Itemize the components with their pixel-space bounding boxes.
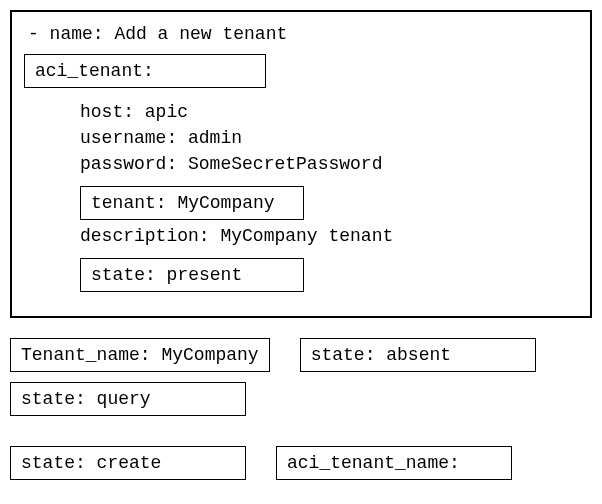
options-row-1: Tenant_name: MyCompany state: absent xyxy=(10,338,592,372)
option-aci-tenant-name[interactable]: aci_tenant_name: xyxy=(276,446,512,480)
option-state-query[interactable]: state: query xyxy=(10,382,246,416)
task-definition-box: - name: Add a new tenant aci_tenant: hos… xyxy=(10,10,592,318)
param-username: username: admin xyxy=(80,128,578,148)
param-description: description: MyCompany tenant xyxy=(80,226,578,246)
options-row-3: state: create aci_tenant_name: xyxy=(10,446,592,480)
option-tenant-name[interactable]: Tenant_name: MyCompany xyxy=(10,338,270,372)
task-name-line: - name: Add a new tenant xyxy=(24,24,578,44)
module-name-box[interactable]: aci_tenant: xyxy=(24,54,266,88)
param-host: host: apic xyxy=(80,102,578,122)
option-state-absent[interactable]: state: absent xyxy=(300,338,536,372)
param-password: password: SomeSecretPassword xyxy=(80,154,578,174)
param-state-box[interactable]: state: present xyxy=(80,258,304,292)
task-params: host: apic username: admin password: Som… xyxy=(24,102,578,298)
options-row-2: state: query xyxy=(10,382,592,416)
option-state-create[interactable]: state: create xyxy=(10,446,246,480)
param-tenant-box[interactable]: tenant: MyCompany xyxy=(80,186,304,220)
